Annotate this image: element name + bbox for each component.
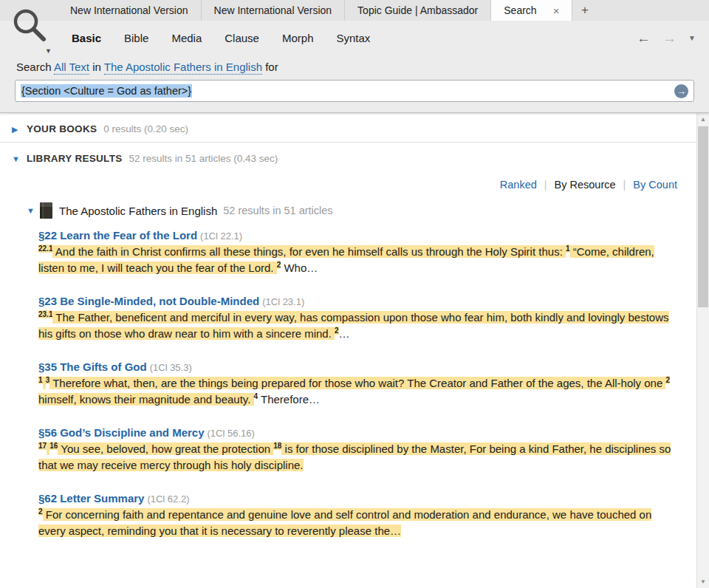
- result-reference: (1Cl 23.1): [262, 296, 304, 307]
- result-title-link[interactable]: §56 God’s Discipline and Mercy: [38, 426, 205, 439]
- search-result: §22 Learn the Fear of the Lord(1Cl 22.1)…: [38, 229, 679, 276]
- search-type-tabs: BasicBibleMediaClauseMorphSyntax: [72, 32, 370, 44]
- book-cover-icon: [40, 202, 52, 219]
- your-books-title: YOUR BOOKS: [27, 123, 97, 134]
- snippet-superscript: 23.1: [38, 310, 52, 318]
- snippet-text: Therefore what, then, are the things bei…: [49, 377, 665, 389]
- sort-options: Ranked|By Resource|By Count: [0, 171, 696, 194]
- search-result: §35 The Gifts of God(1Cl 35.3)1 3 Theref…: [38, 360, 679, 408]
- forward-icon[interactable]: →: [662, 31, 677, 45]
- tab-2[interactable]: New International Version: [201, 0, 345, 21]
- result-reference: (1Cl 56.16): [208, 428, 255, 439]
- tab-label: Topic Guide | Ambassador: [357, 4, 478, 16]
- snippet-superscript: 18: [273, 442, 281, 450]
- tab-label: New International Version: [70, 4, 188, 16]
- result-title-link[interactable]: §23 Be Single-Minded, not Double-Minded: [38, 295, 259, 307]
- sort-option-by-resource[interactable]: By Resource: [555, 179, 616, 191]
- scope-word-search: Search: [16, 61, 52, 73]
- result-title-row: §35 The Gifts of God(1Cl 35.3): [38, 360, 679, 373]
- your-books-summary: 0 results (0.20 sec): [103, 123, 188, 134]
- snippet-superscript: 1: [38, 376, 43, 384]
- snippet-superscript: 1: [566, 245, 570, 253]
- nav-item-bible[interactable]: Bible: [124, 32, 148, 44]
- scrollbar-thumb[interactable]: [698, 126, 708, 307]
- snippet-text: For concerning faith and repentance and …: [38, 508, 651, 537]
- scope-word-in: in: [92, 61, 101, 73]
- nav-item-syntax[interactable]: Syntax: [336, 32, 370, 44]
- panel-menu-caret-icon[interactable]: ▼: [45, 47, 52, 55]
- your-books-section-header[interactable]: ▶ YOUR BOOKS 0 results (0.20 sec): [0, 113, 696, 142]
- results-list: §22 Learn the Fear of the Lord(1Cl 22.1)…: [38, 229, 679, 539]
- result-title-row: §22 Learn the Fear of the Lord(1Cl 22.1): [38, 229, 679, 242]
- result-snippet[interactable]: 17 16 You see, beloved, how great the pr…: [38, 441, 679, 474]
- history-controls: ← → ▼: [637, 31, 696, 45]
- search-result: §56 God’s Discipline and Mercy(1Cl 56.16…: [38, 426, 679, 474]
- scrollbar[interactable]: ▲ ▼: [696, 113, 709, 588]
- sort-option-by-count[interactable]: By Count: [633, 179, 677, 191]
- search-input-row: {Section <Culture = God as father>} →: [15, 80, 694, 102]
- tab-1[interactable]: New International Version: [58, 0, 201, 21]
- query-selected-text: {Section <Culture = God as father>}: [21, 84, 192, 98]
- search-query-input[interactable]: {Section <Culture = God as father>} →: [15, 80, 694, 102]
- execute-search-icon[interactable]: →: [674, 84, 688, 98]
- scroll-up-icon[interactable]: ▲: [697, 113, 709, 126]
- result-reference: (1Cl 22.1): [200, 230, 242, 242]
- search-type-nav: BasicBibleMediaClauseMorphSyntax ← → ▼: [0, 21, 709, 55]
- result-title-link[interactable]: §22 Learn the Fear of the Lord: [38, 229, 197, 242]
- snippet-text: himself, knows their magnitude and beaut…: [38, 393, 254, 406]
- result-reference: (1Cl 35.3): [150, 362, 192, 373]
- search-panel-icon: ▼: [10, 6, 53, 53]
- resource-title: The Apostolic Fathers in English: [59, 205, 217, 217]
- resource-expanded-triangle-icon[interactable]: ▼: [27, 206, 40, 215]
- tab-3[interactable]: Topic Guide | Ambassador: [344, 0, 490, 21]
- result-title-row: §62 Letter Summary(1Cl 62.2): [38, 492, 679, 505]
- result-title-link[interactable]: §62 Letter Summary: [38, 492, 144, 505]
- result-snippet[interactable]: 2 For concerning faith and repentance an…: [38, 507, 679, 539]
- nav-item-basic[interactable]: Basic: [72, 32, 101, 44]
- expanded-triangle-icon[interactable]: ▼: [12, 154, 27, 163]
- snippet-text: Who…: [281, 261, 318, 274]
- results-area: ▶ YOUR BOOKS 0 results (0.20 sec) ▼ LIBR…: [0, 113, 709, 588]
- result-title-link[interactable]: §35 The Gifts of God: [38, 360, 147, 373]
- library-results-section-header[interactable]: ▼ LIBRARY RESULTS 52 results in 51 artic…: [0, 143, 696, 171]
- sort-option-ranked[interactable]: Ranked: [500, 179, 537, 191]
- scope-field-link[interactable]: All Text: [54, 61, 89, 75]
- scroll-down-icon[interactable]: ▼: [697, 575, 709, 588]
- snippet-text: The Father, beneficent and merciful in e…: [38, 311, 669, 340]
- snippet-text: And the faith in Christ confirms all the…: [52, 245, 566, 258]
- tab-4[interactable]: Search×: [490, 0, 572, 21]
- snippet-text: …: [339, 327, 350, 340]
- collapsed-triangle-icon[interactable]: ▶: [12, 125, 27, 134]
- resource-summary: 52 results in 51 articles: [223, 205, 332, 216]
- nav-item-morph[interactable]: Morph: [282, 32, 314, 44]
- tab-close-icon[interactable]: ×: [553, 5, 560, 16]
- search-result: §23 Be Single-Minded, not Double-Minded(…: [38, 295, 679, 342]
- history-dropdown-icon[interactable]: ▼: [688, 34, 696, 42]
- scope-resource-link[interactable]: The Apostolic Fathers in English: [104, 61, 262, 75]
- result-snippet[interactable]: 22.1 And the faith in Christ confirms al…: [38, 244, 679, 276]
- magnifier-icon: [10, 6, 49, 44]
- snippet-text: You see, beloved, how great the protecti…: [58, 442, 273, 455]
- back-icon[interactable]: ←: [637, 31, 651, 45]
- search-scope-row: Search All Text in The Apostolic Fathers…: [0, 55, 709, 73]
- panel-header: ▼ New International VersionNew Internati…: [0, 0, 709, 113]
- results-content: ▶ YOUR BOOKS 0 results (0.20 sec) ▼ LIBR…: [0, 113, 696, 588]
- tab-label: Search: [504, 4, 536, 16]
- resource-header[interactable]: ▼ The Apostolic Fathers in English 52 re…: [0, 194, 696, 220]
- tab-label: New International Version: [214, 4, 332, 16]
- search-result: §62 Letter Summary(1Cl 62.2)2 For concer…: [38, 492, 679, 539]
- sort-separator: |: [623, 179, 626, 191]
- logos-search-panel: ▼ New International VersionNew Internati…: [0, 0, 709, 588]
- new-tab-button[interactable]: +: [572, 0, 597, 21]
- library-results-title: LIBRARY RESULTS: [27, 153, 123, 164]
- result-snippet[interactable]: 23.1 The Father, beneficent and merciful…: [38, 310, 679, 342]
- result-snippet[interactable]: 1 3 Therefore what, then, are the things…: [38, 375, 679, 408]
- nav-item-media[interactable]: Media: [171, 32, 202, 44]
- result-title-row: §56 God’s Discipline and Mercy(1Cl 56.16…: [38, 426, 679, 439]
- nav-item-clause[interactable]: Clause: [225, 32, 259, 44]
- result-title-row: §23 Be Single-Minded, not Double-Minded(…: [38, 295, 679, 307]
- scope-word-for: for: [265, 61, 278, 73]
- tab-strip: New International VersionNew Internation…: [0, 0, 709, 21]
- snippet-superscript: 2: [665, 376, 670, 384]
- sort-separator: |: [544, 179, 547, 191]
